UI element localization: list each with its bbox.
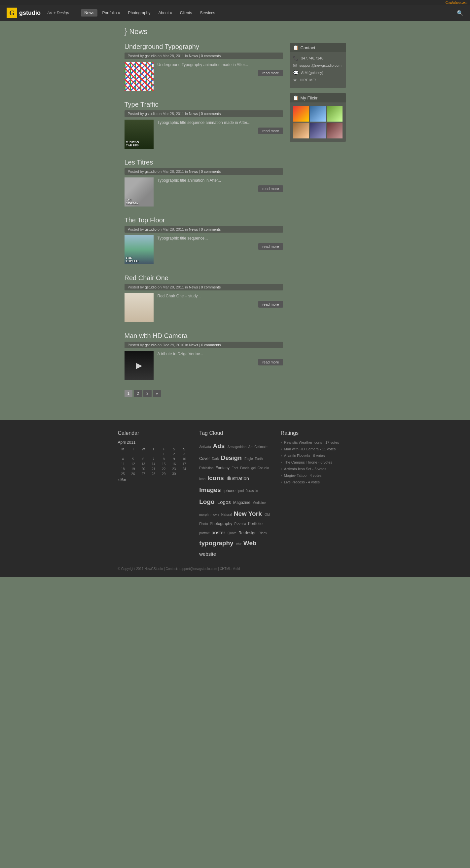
cal-day[interactable]: 16 — [169, 462, 179, 467]
cal-day[interactable]: 1 — [159, 452, 169, 457]
tag-item[interactable]: Jurassic — [246, 489, 258, 493]
tag-item[interactable]: Re-design — [239, 531, 258, 535]
tag-item[interactable]: Logo — [199, 498, 216, 505]
tag-item[interactable]: Web — [243, 539, 257, 547]
search-icon[interactable]: 🔍 — [457, 10, 463, 16]
post-title-les-titres[interactable]: Les Titres — [125, 159, 283, 166]
contact-item[interactable]: 📞347.746.7146 — [293, 56, 343, 61]
flickr-thumb-6[interactable] — [327, 123, 343, 138]
cal-day[interactable]: 19 — [128, 467, 138, 471]
tag-item[interactable]: Art — [248, 445, 254, 449]
tag-item[interactable]: movie — [210, 513, 220, 517]
tag-item[interactable]: vbir — [236, 542, 243, 546]
page-btn-2[interactable]: 2 — [134, 390, 142, 397]
nav-item-about[interactable]: About » — [155, 9, 175, 17]
tag-item[interactable]: Eagle — [244, 457, 254, 461]
tag-item[interactable]: typography — [199, 539, 235, 547]
read-more-button-underground-typography[interactable]: read more — [258, 70, 283, 76]
cal-day[interactable]: 2 — [169, 452, 179, 457]
rating-item[interactable]: ›Activata Icon Set - 5 votes — [281, 467, 352, 471]
cal-day[interactable]: 29 — [159, 471, 169, 476]
rating-item[interactable]: ›Atlantic Pizzeria - 6 votes — [281, 453, 352, 458]
tag-item[interactable]: Rieev — [259, 531, 267, 535]
cal-day[interactable]: 27 — [138, 471, 148, 476]
tag-item[interactable]: Icon — [199, 477, 207, 481]
cal-day[interactable]: 8 — [159, 457, 169, 462]
rating-item[interactable]: ›Man with HD Camera - 11 votes — [281, 447, 352, 451]
tag-item[interactable]: Magazine — [233, 500, 251, 505]
post-title-underground-typography[interactable]: Underground Typography — [125, 43, 283, 51]
cal-day[interactable]: 20 — [138, 467, 148, 471]
page-btn-3[interactable]: 3 — [143, 390, 152, 397]
cal-day[interactable]: 18 — [118, 467, 128, 471]
tag-item[interactable]: Natural — [221, 513, 233, 517]
calendar-prev-link[interactable]: « Mar — [118, 478, 190, 482]
post-thumb-red-chair-one[interactable] — [125, 293, 154, 322]
nav-item-news[interactable]: News — [81, 9, 97, 17]
nav-item-services[interactable]: Services — [197, 9, 219, 17]
tag-item[interactable]: Quote — [227, 531, 238, 535]
cal-day[interactable]: 11 — [118, 462, 128, 467]
tag-item[interactable]: Design — [221, 454, 243, 461]
rating-item[interactable]: ›Live Process - 4 votes — [281, 480, 352, 485]
tag-item[interactable]: Photography — [210, 521, 233, 526]
cal-day[interactable]: 6 — [138, 457, 148, 462]
tag-item[interactable]: Images — [199, 486, 223, 493]
tag-item[interactable]: Medicine — [252, 501, 265, 504]
cal-day[interactable]: 14 — [148, 462, 159, 467]
page-btn-1[interactable]: 1 — [125, 390, 133, 397]
cal-day[interactable]: 26 — [128, 471, 138, 476]
rating-item[interactable]: ›The Campus Throne - 6 votes — [281, 460, 352, 465]
post-title-the-top-floor[interactable]: The Top Floor — [125, 216, 283, 224]
tag-item[interactable]: gel — [251, 466, 257, 470]
tag-item[interactable]: Old — [264, 513, 270, 517]
flickr-thumb-5[interactable] — [310, 123, 326, 138]
tag-item[interactable]: ipod — [238, 489, 245, 493]
tag-item[interactable]: Ads — [213, 442, 227, 450]
read-more-button-type-traffic[interactable]: read more — [258, 128, 283, 134]
tag-item[interactable]: Gstudio — [258, 466, 269, 470]
cal-day[interactable]: 5 — [128, 457, 138, 462]
tag-item[interactable]: Dark — [212, 457, 220, 461]
page-btn-next[interactable]: » — [153, 390, 161, 397]
tag-item[interactable]: Illustration — [227, 475, 249, 481]
tag-item[interactable]: Activata — [199, 445, 212, 449]
cal-day[interactable]: 4 — [118, 457, 128, 462]
nav-item-portfolio[interactable]: Portfolio » — [99, 9, 123, 17]
post-thumb-type-traffic[interactable]: MINIVANCAR BUS — [125, 120, 154, 149]
tag-item[interactable]: Logos — [217, 499, 232, 505]
tag-item[interactable]: Icons — [208, 474, 226, 482]
post-thumb-the-top-floor[interactable]: THETOP FLO — [125, 235, 154, 264]
read-more-button-les-titres[interactable]: read more — [258, 185, 283, 192]
post-title-man-with-hd-camera[interactable]: Man with HD Camera — [125, 332, 283, 340]
cal-day[interactable]: 7 — [148, 457, 159, 462]
read-more-button-red-chair-one[interactable]: read more — [258, 301, 283, 308]
cal-day[interactable]: 23 — [169, 467, 179, 471]
rating-item[interactable]: ›Magiev Tattoo - 4 votes — [281, 473, 352, 478]
tag-item[interactable]: Celimate — [254, 445, 267, 449]
tag-item[interactable]: Cover — [199, 456, 211, 461]
tag-item[interactable]: Foods — [240, 466, 250, 470]
tag-item[interactable]: Portfolio — [248, 521, 262, 526]
contact-item[interactable]: ✉support@newgstudio.com — [293, 63, 343, 68]
cal-day[interactable]: 12 — [128, 462, 138, 467]
nav-item-photography[interactable]: Photography — [125, 9, 154, 17]
cal-day[interactable]: 3 — [179, 452, 189, 457]
cal-day[interactable]: 25 — [118, 471, 128, 476]
tag-item[interactable]: Exhibition — [199, 466, 214, 470]
post-title-type-traffic[interactable]: Type Traffic — [125, 101, 283, 108]
tag-item[interactable]: Armageddon — [227, 445, 247, 449]
flickr-thumb-1[interactable] — [293, 106, 309, 122]
tag-item[interactable]: morph — [199, 513, 210, 517]
tag-item[interactable]: New York — [234, 510, 263, 517]
cal-day[interactable]: 21 — [148, 467, 159, 471]
nav-item-clients[interactable]: Clients — [177, 9, 195, 17]
read-more-button-the-top-floor[interactable]: read more — [258, 243, 283, 250]
post-thumb-man-with-hd-camera[interactable]: ▶ — [125, 351, 154, 380]
contact-item[interactable]: 💬AIM (gokiosy) — [293, 70, 343, 75]
contact-item[interactable]: ★HIRE ME! — [293, 77, 343, 83]
rating-item[interactable]: ›Realistic Weather Icons - 17 votes — [281, 440, 352, 445]
cal-day[interactable]: 10 — [179, 457, 189, 462]
tag-item[interactable]: portrait — [199, 531, 210, 535]
post-title-red-chair-one[interactable]: Red Chair One — [125, 274, 283, 282]
